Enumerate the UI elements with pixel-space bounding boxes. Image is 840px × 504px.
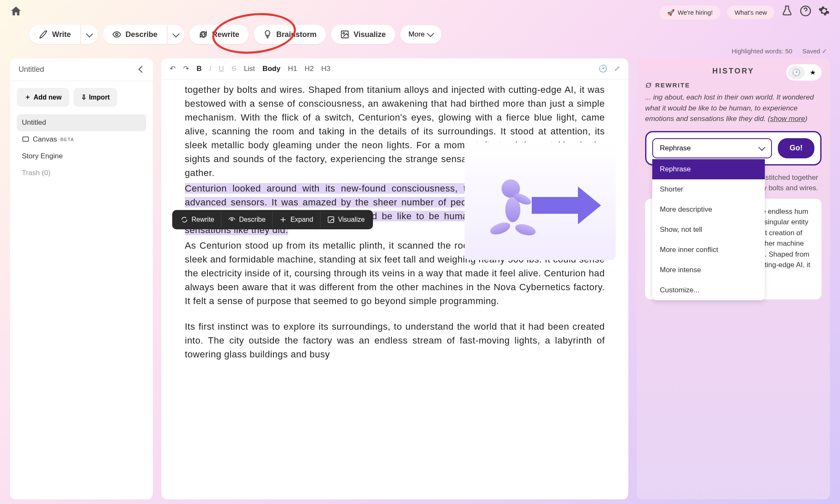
history-toggle[interactable]: 🕑 ★ xyxy=(786,64,822,81)
topbar: 🚀 We're hiring! What's new xyxy=(0,0,840,25)
svg-point-8 xyxy=(514,222,537,237)
redo-icon[interactable]: ↷ xyxy=(183,64,189,73)
document-title[interactable]: Untitled xyxy=(18,65,44,74)
main-toolbar: Write Describe Rewrite Brainstorm Visual… xyxy=(0,25,840,47)
saved-status: Saved ✓ xyxy=(802,47,827,55)
history-starred-icon[interactable]: ★ xyxy=(806,66,820,79)
show-more-link[interactable]: show more xyxy=(770,115,805,123)
undo-icon[interactable]: ↶ xyxy=(170,64,176,73)
settings-icon[interactable] xyxy=(818,5,830,20)
rewrite-section-label: REWRITE xyxy=(645,81,822,89)
dropdown-item-more-descriptive[interactable]: More descriptive xyxy=(652,200,765,220)
describe-button[interactable]: Describe xyxy=(103,25,167,44)
rewrite-preview-text: ... ing about, each lost in their own wo… xyxy=(645,92,822,124)
svg-point-1 xyxy=(116,33,118,36)
more-button[interactable]: More xyxy=(400,25,442,44)
svg-rect-4 xyxy=(23,137,29,142)
list-button[interactable]: List xyxy=(244,65,255,73)
dropdown-item-shorter[interactable]: Shorter xyxy=(652,179,765,200)
beta-badge: BETA xyxy=(60,137,74,142)
home-icon[interactable] xyxy=(10,5,22,20)
strike-button[interactable]: S xyxy=(231,65,236,73)
svg-point-10 xyxy=(231,219,233,221)
selection-rewrite-button[interactable]: Rewrite xyxy=(174,212,221,228)
editor-paragraph: Its first instinct was to explore its su… xyxy=(185,320,605,361)
selection-visualize-button[interactable]: Visualize xyxy=(320,212,372,228)
rewrite-controls: Rephrase Go! Rephrase Shorter More descr… xyxy=(645,131,822,165)
rewrite-mode-select[interactable]: Rephrase xyxy=(652,138,772,158)
import-button[interactable]: ⇩ Import xyxy=(74,88,118,107)
write-button[interactable]: Write xyxy=(29,25,80,44)
describe-dropdown[interactable] xyxy=(168,25,184,44)
rewrite-mode-dropdown: Rephrase Shorter More descriptive Show, … xyxy=(652,159,765,300)
go-button[interactable]: Go! xyxy=(778,138,814,158)
editor-format-toolbar: ↶ ↷ B I U S List Body H1 H2 H3 🕑 ⤢ xyxy=(161,58,628,79)
document-title-bar: Untitled xyxy=(10,58,153,81)
sidebar-item-untitled[interactable]: Untitled xyxy=(17,114,146,131)
whats-new-button[interactable]: What's new xyxy=(727,5,774,19)
history-clock-icon[interactable]: 🕑 xyxy=(598,64,607,73)
collapse-icon[interactable] xyxy=(139,65,144,74)
selection-toolbar: Rewrite Describe Expand Visualize xyxy=(172,210,373,229)
editor: ↶ ↷ B I U S List Body H1 H2 H3 🕑 ⤢ xyxy=(161,58,628,499)
lab-icon[interactable] xyxy=(781,5,793,20)
visualize-button[interactable]: Visualize xyxy=(331,25,395,44)
sidebar-item-story-engine[interactable]: Story Engine xyxy=(17,148,146,165)
expand-icon[interactable]: ⤢ xyxy=(614,64,620,73)
h2-button[interactable]: H2 xyxy=(304,65,314,73)
brainstorm-button[interactable]: Brainstorm xyxy=(254,25,326,44)
dropdown-item-customize[interactable]: Customize... xyxy=(652,280,765,300)
dropdown-item-show-not-tell[interactable]: Show, not tell xyxy=(652,220,765,240)
dropdown-item-rephrase[interactable]: Rephrase xyxy=(652,159,765,179)
dropdown-item-more-intense[interactable]: More intense xyxy=(652,260,765,280)
help-icon[interactable] xyxy=(800,5,811,20)
h1-button[interactable]: H1 xyxy=(288,65,297,73)
svg-point-3 xyxy=(343,32,344,34)
h3-button[interactable]: H3 xyxy=(321,65,331,73)
rewrite-button[interactable]: Rewrite xyxy=(189,25,249,44)
italic-button[interactable]: I xyxy=(209,65,211,73)
status-row: Highlighted words: 50 Saved ✓ xyxy=(0,47,840,58)
write-dropdown[interactable] xyxy=(81,25,98,44)
dropdown-item-inner-conflict[interactable]: More inner conflict xyxy=(652,240,765,260)
illustration xyxy=(465,142,616,260)
editor-body[interactable]: together by bolts and wires. Shaped from… xyxy=(161,79,628,499)
selection-expand-button[interactable]: Expand xyxy=(273,212,320,228)
underline-button[interactable]: U xyxy=(219,65,224,73)
history-panel: HISTORY 🕑 ★ REWRITE ... ing about, each … xyxy=(637,58,830,499)
sidebar-item-trash[interactable]: Trash (0) xyxy=(17,165,146,181)
highlighted-count: Highlighted words: 50 xyxy=(732,47,792,55)
selection-describe-button[interactable]: Describe xyxy=(221,212,273,228)
bold-button[interactable]: B xyxy=(197,65,202,73)
sidebar: ＋ Add new ⇩ Import Untitled Canvas BETA … xyxy=(10,81,153,499)
sidebar-item-canvas[interactable]: Canvas BETA xyxy=(17,131,146,148)
body-button[interactable]: Body xyxy=(262,65,281,73)
hiring-button[interactable]: 🚀 We're hiring! xyxy=(659,5,720,20)
history-recent-icon[interactable]: 🕑 xyxy=(788,66,805,79)
add-new-button[interactable]: ＋ Add new xyxy=(17,88,69,107)
svg-point-7 xyxy=(488,220,512,237)
